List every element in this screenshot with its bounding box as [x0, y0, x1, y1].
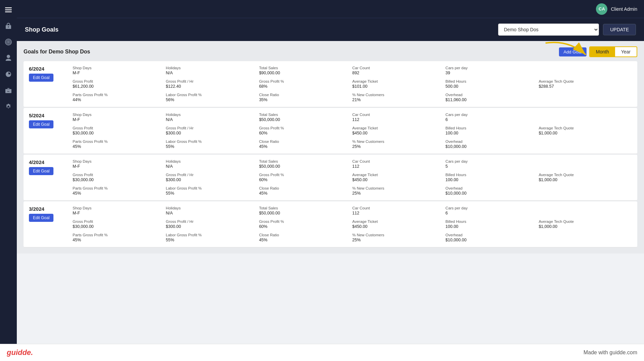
svg-rect-0 — [5, 7, 12, 8]
svg-rect-2 — [5, 11, 12, 12]
goal-field: Total Sales $50,000.00 — [259, 206, 352, 215]
goal-field — [539, 159, 632, 169]
shop-select[interactable]: Demo Shop Dos Demo Shop Uno — [498, 24, 599, 36]
goal-field: Average Ticket $450.00 — [352, 173, 445, 182]
month-toggle-button[interactable]: Month — [590, 47, 615, 56]
goal-field: Billed Hours 500.00 — [445, 79, 538, 89]
goal-data-grid: Shop Days M-F Holidays N/A Total Sales $… — [73, 206, 632, 242]
goal-field: Shop Days M-F — [73, 159, 166, 169]
main-area: CA Client Admin Shop Goals Demo Shop Dos… — [17, 0, 644, 361]
goal-field: % New Customers 25% — [352, 186, 445, 196]
svg-rect-1 — [5, 9, 12, 10]
edit-goal-button[interactable]: Edit Goal — [29, 167, 53, 175]
goal-field: % New Customers 25% — [352, 233, 445, 242]
goals-container: Goals for Demo Shop Dos Add Goal — [17, 41, 644, 253]
sidebar-target-icon[interactable] — [4, 37, 13, 47]
goal-field: Overhead $10,000.00 — [445, 139, 538, 149]
goal-date-col: 5/2024 Edit Goal — [29, 113, 73, 149]
sidebar-lock-icon[interactable] — [4, 21, 13, 31]
add-goal-button[interactable]: Add Goal — [559, 47, 587, 56]
svg-point-6 — [8, 42, 9, 43]
goal-field: Average Ticket $450.00 — [352, 219, 445, 229]
year-toggle-button[interactable]: Year — [615, 47, 637, 56]
goal-field: Total Sales $50,000.00 — [259, 113, 352, 122]
annotation-container: Month Year — [589, 46, 637, 57]
sidebar-user-icon[interactable] — [4, 53, 13, 63]
goal-field: Average Tech Quote $1,000.00 — [539, 219, 632, 229]
goal-field: Gross Profit $30,000.00 — [73, 126, 166, 135]
goal-field: Gross Profit / Hr $300.00 — [166, 219, 259, 229]
goal-field: Shop Days M-F — [73, 113, 166, 122]
goal-field — [539, 93, 632, 102]
goal-field: Parts Gross Profit % 45% — [73, 233, 166, 242]
goal-field: Billed Hours 100.00 — [445, 126, 538, 135]
goal-field: Billed Hours 100.00 — [445, 219, 538, 229]
edit-goal-button[interactable]: Edit Goal — [29, 74, 53, 82]
goal-field: Labor Gross Profit % 55% — [166, 186, 259, 196]
goal-field: Holidays N/A — [166, 113, 259, 122]
goal-field: Holidays N/A — [166, 159, 259, 169]
goal-period: 5/2024 — [29, 113, 73, 118]
guidde-logo: guidde. — [7, 348, 33, 357]
goal-field — [539, 66, 632, 75]
goal-field: Close Ratio 45% — [259, 233, 352, 242]
goal-row: 3/2024 Edit Goal Shop Days M-F Holidays — [24, 201, 637, 247]
goal-field: Gross Profit % 60% — [259, 219, 352, 229]
avatar: CA — [596, 3, 607, 15]
goal-date-col: 6/2024 Edit Goal — [29, 66, 73, 102]
goal-field: Gross Profit / Hr $300.00 — [166, 126, 259, 135]
guidde-footer: guidde. Made with guidde.com — [0, 344, 644, 361]
goal-field: Shop Days M-F — [73, 206, 166, 215]
goal-field: Average Tech Quote $1,000.00 — [539, 126, 632, 135]
goal-field — [539, 113, 632, 122]
goal-field: Cars per day 5 — [445, 159, 538, 169]
user-name: Client Admin — [611, 6, 637, 12]
goal-row: 4/2024 Edit Goal Shop Days M-F Holidays — [24, 155, 637, 201]
content-area: Goals for Demo Shop Dos Add Goal — [17, 41, 644, 361]
sidebar-menu-icon[interactable] — [4, 5, 13, 14]
goal-field: Total Sales $50,000.00 — [259, 159, 352, 169]
goal-field: Gross Profit % 68% — [259, 79, 352, 89]
goal-field: Close Ratio 45% — [259, 186, 352, 196]
sidebar — [0, 0, 17, 361]
goal-field: Cars per day 39 — [445, 66, 538, 75]
header-right: Demo Shop Dos Demo Shop Uno UPDATE — [498, 24, 636, 36]
user-badge: CA Client Admin — [596, 3, 637, 15]
goal-field: % New Customers 21% — [352, 93, 445, 102]
edit-goal-button[interactable]: Edit Goal — [29, 214, 53, 222]
goal-period: 4/2024 — [29, 159, 73, 165]
goal-row: 6/2024 Edit Goal Shop Days M-F Holidays — [24, 61, 637, 107]
goal-field: Labor Gross Profit % 55% — [166, 139, 259, 149]
goal-field: Shop Days M-F — [73, 66, 166, 75]
goal-date-col: 3/2024 Edit Goal — [29, 206, 73, 242]
goal-field: Billed Hours 100.00 — [445, 173, 538, 182]
guidde-tagline: Made with guidde.com — [583, 350, 637, 356]
goal-field: Close Ratio 45% — [259, 139, 352, 149]
goal-field — [539, 233, 632, 242]
sidebar-briefcase-icon[interactable] — [4, 86, 13, 95]
goal-field: Holidays N/A — [166, 206, 259, 215]
goal-field: Gross Profit % 60% — [259, 126, 352, 135]
sidebar-chart-icon[interactable] — [4, 70, 13, 79]
goal-field: Cars per day 6 — [445, 206, 538, 215]
goals-section-title: Goals for Demo Shop Dos — [24, 49, 90, 55]
goal-field: Average Tech Quote $288.57 — [539, 79, 632, 89]
goal-field: Close Ratio 35% — [259, 93, 352, 102]
goal-field — [539, 186, 632, 196]
goal-data-grid: Shop Days M-F Holidays N/A Total Sales $… — [73, 66, 632, 102]
goal-field: Parts Gross Profit % 45% — [73, 139, 166, 149]
page-header: Shop Goals Demo Shop Dos Demo Shop Uno U… — [17, 18, 644, 41]
goals-list: 6/2024 Edit Goal Shop Days M-F Holidays — [24, 61, 637, 247]
goal-row: 5/2024 Edit Goal Shop Days M-F Holidays — [24, 108, 637, 154]
update-button[interactable]: UPDATE — [603, 24, 636, 35]
goal-field — [539, 139, 632, 149]
goal-field: Gross Profit $61,200.00 — [73, 79, 166, 89]
goal-field: Labor Gross Profit % 55% — [166, 233, 259, 242]
goal-period: 6/2024 — [29, 66, 73, 72]
month-year-toggle: Month Year — [589, 46, 637, 57]
goal-data-grid: Shop Days M-F Holidays N/A Total Sales $… — [73, 159, 632, 196]
goals-header: Goals for Demo Shop Dos Add Goal — [24, 46, 637, 57]
edit-goal-button[interactable]: Edit Goal — [29, 120, 53, 128]
goal-field: Car Count 112 — [352, 113, 445, 122]
sidebar-gear-icon[interactable] — [4, 102, 13, 111]
